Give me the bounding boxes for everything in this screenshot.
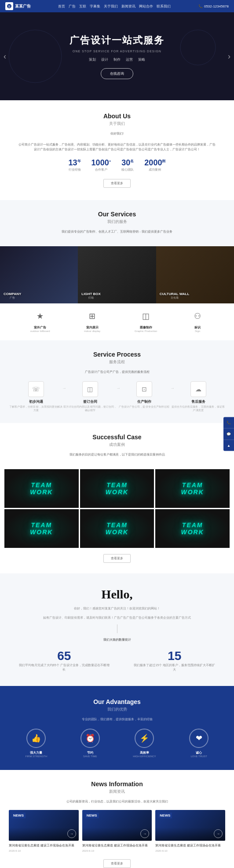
tag-operate: 运营 bbox=[126, 57, 133, 62]
service-img-label-3: CULTURAL WALL 文化墙 bbox=[160, 292, 190, 300]
tag-plan: 策划 bbox=[89, 57, 96, 62]
efficiency-icon: ⚡ bbox=[135, 729, 154, 748]
team-work-2: TEAM WORK bbox=[106, 481, 128, 496]
stat-team: 30名 核心团队 bbox=[121, 158, 134, 172]
process-icon-4: ☁ bbox=[190, 381, 206, 397]
hello-title: Hello, bbox=[18, 587, 216, 602]
service-icon-indoor: ⊞ 室内展示 indoor display bbox=[84, 311, 100, 332]
adv-cn-title: 我们的优势 bbox=[9, 707, 225, 712]
team-work-3: TEAM WORK bbox=[181, 481, 204, 496]
case-grid: TEAM WORK TEAM WORK TEAM WORK TEAM WORK bbox=[4, 469, 230, 548]
case-item-5[interactable]: TEAM WORK bbox=[80, 509, 154, 548]
side-float-chat[interactable]: 💬 bbox=[223, 429, 234, 440]
nav-internet[interactable]: 互联 bbox=[79, 4, 86, 9]
case-item-6[interactable]: TEAM WORK bbox=[155, 509, 230, 548]
services-desc: 我们提供专业的广告制作、创意人才工厂、互联网络营销 - 我们提供更多广告业务 bbox=[18, 229, 216, 234]
main-nav: 首页 广告 互联 字幕集 关于我们 新闻资讯 网站合作 联系我们 bbox=[58, 4, 171, 9]
stat-clients-label: 合作客户 bbox=[91, 168, 111, 172]
nav-cooperation[interactable]: 网站合作 bbox=[139, 4, 153, 9]
about-en-title: About Us bbox=[18, 113, 216, 120]
hero-prev-arrow[interactable]: ‹ bbox=[4, 52, 6, 61]
nav-about[interactable]: 关于我们 bbox=[104, 4, 118, 9]
tag-produce: 制作 bbox=[113, 57, 121, 62]
hello-stat-1: 65 我们平均每月完成了大约65个 广告设计业务，完成数量还在不断增长 bbox=[18, 649, 110, 672]
services-header: Our Services 我们的服务 我们提供专业的广告制作、创意人才工厂、互联… bbox=[0, 211, 234, 246]
news-item-3[interactable]: NEWS → 第河南省沿黄生态廊道 建设工作现场会在洛开幕 2020-6-10 bbox=[155, 810, 225, 852]
stat-years-label: 行业经验 bbox=[69, 168, 81, 172]
case-cn-title: 成功案例 bbox=[18, 442, 216, 448]
services-en-title: Our Services bbox=[18, 211, 216, 218]
outdoor-icon: ★ bbox=[34, 311, 46, 324]
news-section: News Information 新闻资讯 公司的最新资讯，行业动态，以及我们公… bbox=[0, 770, 234, 868]
adv-item-time: ⏰ 节约 SAVE TIME bbox=[80, 729, 100, 758]
logo-text: 某某广告 bbox=[15, 4, 31, 9]
service-image-lightbox: LIGHT BOX 灯箱 bbox=[78, 246, 156, 303]
logo-icon: 某 bbox=[5, 2, 13, 10]
hero-cta-button[interactable]: 在线咨询 bbox=[101, 68, 133, 79]
process-icon-1: ☏ bbox=[28, 381, 44, 397]
advantages-section: Our Advantages 我们的优势 专业的团队，我们拥有，提供快捷服务，丰… bbox=[0, 686, 234, 770]
service-icon-outdoor: ★ 室外广告 outdoor billboard bbox=[30, 311, 50, 332]
hero-banner: ‹ 广告设计一站式服务 ONE STOP SERVICE FOR ADVERTI… bbox=[0, 12, 234, 100]
team-work-4: TEAM WORK bbox=[30, 522, 53, 536]
adv-desc: 专业的团队，我们拥有，提供快捷服务，丰富的经验 bbox=[9, 717, 225, 722]
process-section: Service Process 服务流程 广告设计广告公司产广告，提供完善的服务… bbox=[0, 340, 234, 423]
service-image-company: COMPANY 广告 bbox=[0, 246, 78, 303]
service-img-inner-1: COMPANY 广告 bbox=[0, 246, 78, 303]
process-steps: ☏ 初步沟通 了解客户需求，分析目 标，从而找到更佳解决 方案 ◫ 签订合同 双… bbox=[9, 381, 225, 412]
adv-en-title: Our Advantages bbox=[9, 698, 225, 705]
news-thumb-label-3: NEWS bbox=[158, 813, 172, 818]
hello-stat-num-2: 15 bbox=[132, 649, 216, 663]
adv-item-efficiency: ⚡ 高效率 HIGH EFFICIENCY bbox=[133, 729, 156, 758]
hello-divider bbox=[117, 624, 117, 633]
about-stats: 13年 行业经验 1000+ 合作客户 30名 核心团队 2000例 成功案例 bbox=[18, 158, 216, 172]
news-desc: 公司的最新资讯，行业动态，以及我们公司的最新活动，欢迎大家关注我们 bbox=[9, 799, 225, 804]
case-item-1[interactable]: TEAM WORK bbox=[4, 469, 79, 508]
nav-home[interactable]: 首页 bbox=[58, 4, 65, 9]
hero-next-arrow[interactable]: › bbox=[228, 52, 230, 61]
case-item-2[interactable]: TEAM WORK bbox=[80, 469, 154, 508]
side-float-phone[interactable]: 📞 bbox=[223, 417, 234, 429]
hello-stats: 65 我们平均每月完成了大约65个 广告设计业务，完成数量还在不断增长 15 我… bbox=[18, 649, 216, 672]
about-cn-title: 关于我们 bbox=[18, 121, 216, 127]
case-item-3[interactable]: TEAM WORK bbox=[155, 469, 230, 508]
process-step-4: ☁ 售后服务 提供全方位的售后服务， 完善的服务，保证客户 满意度 bbox=[171, 381, 225, 412]
news-more-button[interactable]: 查看更多 bbox=[103, 859, 131, 868]
side-float: 📞 💬 ▲ bbox=[223, 417, 234, 451]
service-img-inner-2: LIGHT BOX 灯箱 bbox=[78, 246, 156, 303]
case-en-title: Successful Case bbox=[18, 434, 216, 441]
tag-design: 设计 bbox=[101, 57, 108, 62]
news-cn-title: 新闻资讯 bbox=[9, 789, 225, 795]
side-float-top[interactable]: ▲ bbox=[223, 440, 234, 451]
advantages-icons: 👍 强大力量 FIRM STRENGTH ⏰ 节约 SAVE TIME ⚡ 高效… bbox=[9, 729, 225, 758]
stat-years: 13年 行业经验 bbox=[69, 158, 81, 172]
stat-team-label: 核心团队 bbox=[121, 168, 134, 172]
hero-title: 广告设计一站式服务 bbox=[69, 34, 165, 47]
nav-news[interactable]: 新闻资讯 bbox=[121, 4, 135, 9]
case-more-button[interactable]: 查看更多 bbox=[103, 554, 131, 563]
nav-ad[interactable]: 广告 bbox=[69, 4, 76, 9]
stat-years-number: 13年 bbox=[69, 158, 81, 168]
nav-case[interactable]: 字幕集 bbox=[90, 4, 100, 9]
news-thumb-1: NEWS → bbox=[9, 810, 79, 841]
logo[interactable]: 某 某某广告 bbox=[5, 2, 31, 10]
case-item-4[interactable]: TEAM WORK bbox=[4, 509, 79, 548]
hero-tags: 策划 设计 制作 运营 策略 bbox=[69, 57, 165, 62]
hero-content: 广告设计一站式服务 ONE STOP SERVICE FOR ADVERTISI… bbox=[69, 34, 165, 79]
about-more-button[interactable]: 查看更多 bbox=[103, 179, 131, 188]
team-work-5: TEAM WORK bbox=[106, 522, 128, 536]
about-desc: 公司简介广告设计一站式服务，广告创意、内容规划、功能分析、更好地传达广告信息，以… bbox=[18, 142, 216, 152]
adv-item-trust: ❤ 诚心 LOVE TRUST bbox=[189, 729, 208, 758]
news-thumb-label-1: NEWS bbox=[11, 813, 26, 818]
graphic-icon: ◫ bbox=[140, 311, 152, 324]
news-item-2[interactable]: NEWS → 第河南省沿黄生态廊道 建设工作现场会在洛开幕 2020-6-10 bbox=[82, 810, 152, 852]
news-item-1[interactable]: NEWS → 第河南省沿黄生态廊道 建设工作现场会在洛开幕 2020-6-10 bbox=[9, 810, 79, 852]
nav-contact[interactable]: 联系我们 bbox=[157, 4, 171, 9]
case-desc: 我们服务的目的是让每位客户都满意，以下是我们的精选项目案例作品 bbox=[18, 452, 216, 457]
svg-text:某: 某 bbox=[8, 5, 11, 8]
news-date-2: 2020-6-10 bbox=[82, 850, 152, 852]
team-work-6: TEAM WORK bbox=[181, 522, 204, 536]
hello-desc2: 如有广告设计、印刷宣传需求，请及时与我们联系！广告广告广告是广告公司服务于各类企… bbox=[18, 615, 216, 620]
process-en-title: Service Process bbox=[9, 351, 225, 358]
services-cn-title: 我们的服务 bbox=[18, 219, 216, 225]
